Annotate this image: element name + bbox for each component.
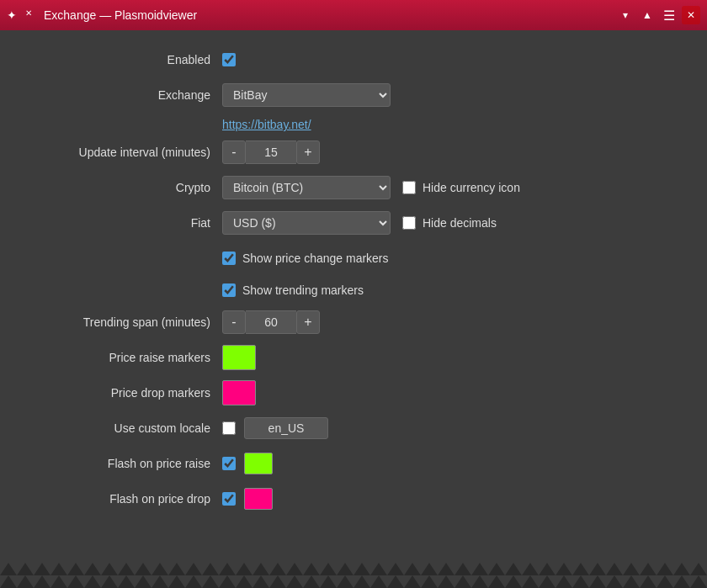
show-price-change-label[interactable]: Show price change markers [222, 252, 389, 265]
use-custom-locale-label: Use custom locale [25, 421, 210, 435]
crypto-select[interactable]: Bitcoin (BTC) Ethereum (ETH) Litecoin (L… [222, 176, 391, 199]
exchange-url-row: https://bitbay.net/ [222, 118, 682, 131]
update-interval-minus-button[interactable]: - [222, 140, 246, 164]
trending-span-minus-button[interactable]: - [222, 310, 246, 334]
use-custom-locale-checkbox[interactable] [222, 421, 236, 435]
update-interval-label: Update interval (minutes) [25, 146, 210, 159]
show-trending-row: Show trending markers [222, 278, 682, 303]
exchange-label: Exchange [25, 88, 210, 102]
hide-decimals-text: Hide decimals [423, 216, 497, 230]
hide-decimals-checkbox[interactable] [402, 216, 416, 230]
enabled-row: Enabled [25, 47, 682, 72]
show-price-change-text: Show price change markers [242, 252, 389, 265]
menu-button[interactable]: ☰ [660, 6, 678, 24]
dropdown-button[interactable]: ▾ [616, 6, 635, 24]
title-bar: ✦ ✕ Exchange — Plasmoidviewer ▾ ▲ ☰ ✕ [0, 0, 707, 30]
trending-span-label: Trending span (minutes) [25, 315, 210, 329]
show-price-change-row: Show price change markers [222, 246, 682, 271]
flash-on-price-raise-checkbox[interactable] [222, 457, 236, 470]
price-raise-markers-row: Price raise markers [25, 345, 682, 370]
trending-span-value: 60 [246, 310, 296, 334]
update-interval-row: Update interval (minutes) - 15 + [25, 140, 682, 165]
enabled-label: Enabled [25, 53, 210, 66]
flash-on-price-raise-row: Flash on price raise [25, 451, 682, 476]
hide-currency-icon-checkbox[interactable] [402, 181, 416, 194]
fiat-select[interactable]: USD ($) EUR (€) GBP (£) [222, 211, 391, 235]
flash-on-price-drop-row: Flash on price drop [25, 486, 682, 511]
show-trending-text: Show trending markers [242, 283, 364, 297]
flash-on-price-drop-checkbox[interactable] [222, 492, 236, 506]
price-drop-markers-row: Price drop markers [25, 380, 682, 405]
close-button[interactable]: ✕ [682, 6, 700, 24]
hide-currency-icon-text: Hide currency icon [423, 181, 520, 194]
locale-input[interactable] [244, 417, 328, 439]
price-raise-markers-label: Price raise markers [25, 351, 210, 364]
update-interval-stepper: - 15 + [222, 140, 320, 164]
flash-on-price-drop-label: Flash on price drop [25, 492, 210, 506]
price-drop-markers-label: Price drop markers [25, 386, 210, 400]
fiat-label: Fiat [25, 216, 210, 230]
trending-span-row: Trending span (minutes) - 60 + [25, 310, 682, 335]
trending-span-plus-button[interactable]: + [296, 310, 320, 334]
window-title: Exchange — Plasmoidviewer [44, 8, 197, 22]
settings-panel: Enabled Exchange BitBay Binance Kraken h… [0, 30, 707, 538]
exchange-url-link[interactable]: https://bitbay.net/ [222, 118, 311, 131]
flash-on-price-raise-label: Flash on price raise [25, 457, 210, 470]
app-icon: ✦ [7, 8, 20, 22]
show-price-change-checkbox[interactable] [222, 252, 236, 265]
hide-decimals-label[interactable]: Hide decimals [402, 216, 497, 230]
close-small-icon: ✕ [25, 8, 39, 22]
maximize-button[interactable]: ▲ [638, 6, 656, 24]
update-interval-plus-button[interactable]: + [296, 140, 320, 164]
price-drop-color-swatch[interactable] [222, 380, 256, 405]
fiat-row: Fiat USD ($) EUR (€) GBP (£) Hide decima… [25, 210, 682, 236]
update-interval-value: 15 [246, 140, 296, 164]
flash-on-price-raise-color-swatch[interactable] [244, 453, 273, 474]
window-controls: ▾ ▲ ☰ ✕ [616, 6, 700, 24]
svg-rect-1 [0, 563, 707, 588]
crypto-label: Crypto [25, 181, 210, 194]
exchange-row: Exchange BitBay Binance Kraken [25, 82, 682, 108]
exchange-select[interactable]: BitBay Binance Kraken [222, 83, 391, 107]
crypto-row: Crypto Bitcoin (BTC) Ethereum (ETH) Lite… [25, 175, 682, 200]
show-trending-checkbox[interactable] [222, 283, 236, 297]
flash-on-price-drop-color-swatch[interactable] [244, 488, 273, 510]
price-raise-color-swatch[interactable] [222, 345, 256, 370]
enabled-checkbox[interactable] [222, 53, 236, 66]
show-trending-label[interactable]: Show trending markers [222, 283, 364, 297]
title-bar-left: ✦ ✕ Exchange — Plasmoidviewer [7, 8, 197, 22]
trending-span-stepper: - 60 + [222, 310, 320, 334]
bottom-decoration [0, 563, 707, 588]
hide-currency-icon-label[interactable]: Hide currency icon [402, 181, 520, 194]
use-custom-locale-row: Use custom locale [25, 416, 682, 441]
